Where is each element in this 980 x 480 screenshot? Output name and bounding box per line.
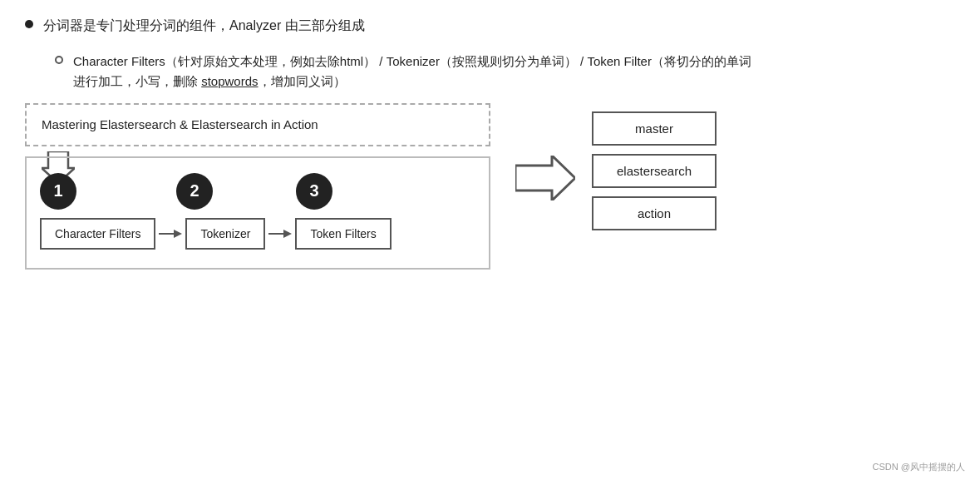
- sub-text-part2: ，增加同义词）: [259, 74, 346, 88]
- watermark: CSDN @风中摇摆的人: [873, 461, 965, 473]
- stopwords-link: stopwords: [201, 74, 258, 88]
- dashed-box-text: Mastering Elastersearch & Elastersearch …: [42, 117, 318, 131]
- dashed-input-box: Mastering Elastersearch & Elastersearch …: [25, 103, 490, 146]
- node-character-filters: Character Filters: [40, 218, 155, 250]
- arrow-1: [159, 227, 182, 240]
- output-boxes: master elastersearch action: [592, 111, 717, 230]
- output-elastersearch: elastersearch: [592, 154, 717, 188]
- main-bullet: 分词器是专门处理分词的组件，Analyzer 由三部分组成: [25, 15, 955, 37]
- diagram-area: Mastering Elastersearch & Elastersearch …: [25, 103, 955, 270]
- sub-bullet-text: Character Filters（针对原始文本处理，例如去除html） / T…: [73, 52, 755, 92]
- circle-3: 3: [296, 173, 332, 210]
- right-section: master elastersearch action: [515, 103, 717, 230]
- node-token-filters: Token Filters: [295, 218, 391, 250]
- svg-marker-4: [283, 230, 292, 238]
- output-action: action: [592, 196, 717, 230]
- circle-1: 1: [40, 173, 76, 210]
- big-right-arrow: [515, 156, 575, 203]
- bullet-dot: [25, 20, 33, 28]
- node-tokenizer: Tokenizer: [185, 218, 265, 250]
- nodes-row: Character Filters Tokenizer: [40, 218, 475, 250]
- output-master: master: [592, 111, 717, 146]
- circle-2: 2: [176, 173, 213, 210]
- svg-marker-5: [515, 156, 575, 200]
- flow-box: 1 2 3 Character Filters: [25, 156, 490, 270]
- sub-text-part1: Character Filters（针对原始文本处理，例如去除html） / T…: [73, 54, 751, 88]
- arrow-2: [268, 227, 292, 240]
- circles-row: 1 2 3: [40, 173, 475, 210]
- main-bullet-text: 分词器是专门处理分词的组件，Analyzer 由三部分组成: [43, 15, 365, 37]
- sub-bullet-dot: [55, 56, 63, 64]
- left-diagram: Mastering Elastersearch & Elastersearch …: [25, 103, 490, 270]
- sub-bullet: Character Filters（针对原始文本处理，例如去除html） / T…: [55, 52, 955, 92]
- svg-marker-2: [174, 230, 182, 238]
